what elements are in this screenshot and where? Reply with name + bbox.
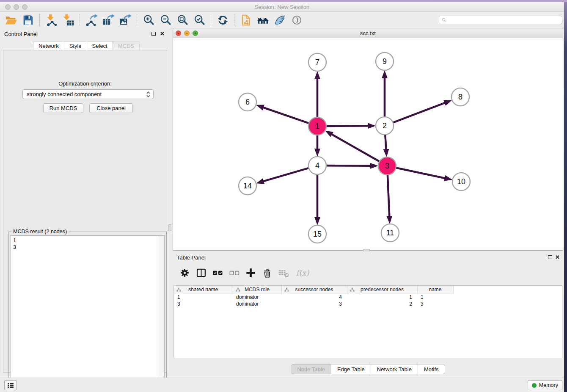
svg-text:6: 6 [245,98,250,106]
table-cell[interactable]: 3 [174,301,233,307]
graph-edge-3-11[interactable] [388,175,389,216]
eye-icon [291,14,303,26]
graph-node-8[interactable]: 8 [451,88,469,106]
import-table-button[interactable] [60,13,77,27]
graph-edge-4-14[interactable] [263,168,308,181]
tab-style[interactable]: Style [64,41,87,50]
column-header-name[interactable]: name [417,286,453,294]
float-panel-icon[interactable] [151,32,156,36]
graph-edge-1-6[interactable] [263,108,309,123]
graph-edge-4-3[interactable] [326,166,371,166]
graph-node-4[interactable]: 4 [308,157,326,174]
table-panel: Table Panel ✕ f(x) shared nameMCDS roles… [173,251,563,377]
table-cell[interactable]: 4 [281,294,347,301]
graph-edge-2-8[interactable] [393,103,445,123]
graph-edge-3-1[interactable] [332,134,380,161]
eye-button[interactable] [288,13,305,27]
svg-text:3: 3 [385,162,389,170]
graph-node-1[interactable]: 1 [308,117,326,135]
columns-button[interactable] [195,267,207,279]
table-cell[interactable]: 3 [417,301,453,307]
graph-edge-1-2[interactable] [326,126,368,126]
table-cell[interactable]: dominator [233,294,281,301]
fx-button[interactable]: f(x) [294,267,311,279]
zoom-out-button[interactable] [157,13,174,27]
houses-button[interactable] [254,13,271,27]
zoom-selected-button[interactable] [191,13,208,27]
tab-node-table[interactable]: Node Table [291,364,331,374]
tab-edge-table[interactable]: Edge Table [331,364,371,374]
deselect-all-button[interactable] [228,267,240,279]
export-image-button[interactable] [117,13,134,27]
gear-button[interactable] [179,267,190,279]
export-network-button[interactable] [83,13,100,27]
memory-button[interactable]: Memory [528,380,562,390]
close-panel-button[interactable]: Close panel [89,103,133,113]
close-panel-icon[interactable]: ✕ [160,32,165,36]
graph-node-3[interactable]: 3 [378,157,396,175]
plus-button[interactable] [245,267,256,279]
wing-button[interactable] [271,13,288,27]
open-folder-button[interactable] [3,13,19,27]
graph-edge-2-3[interactable] [385,135,386,149]
graph-node-6[interactable]: 6 [239,93,256,111]
table-cell[interactable]: 3 [281,301,347,307]
houses-icon [257,14,269,26]
table-cell[interactable]: 1 [174,294,233,301]
zoom-fit-button[interactable] [174,13,191,27]
search-field[interactable] [439,16,562,24]
graph-node-14[interactable]: 14 [239,177,256,195]
delete-table-icon [278,268,289,278]
result-scrollbar[interactable] [159,236,164,390]
export-image-icon [119,14,132,26]
table-cell[interactable]: 1 [417,294,453,301]
graph-node-11[interactable]: 11 [381,224,399,242]
mcds-result-text[interactable]: 1 3 [11,235,165,390]
vertical-splitter-handle[interactable] [168,224,171,231]
delete-table-button[interactable] [278,267,289,279]
column-header-predecessor-nodes[interactable]: predecessor nodes [347,286,417,294]
network-canvas[interactable]: 7968124314101511 [173,38,563,251]
node-table: shared nameMCDS rolesuccessor nodesprede… [174,286,454,307]
column-header-successor-nodes[interactable]: successor nodes [281,286,347,294]
select-all-button[interactable] [212,267,223,279]
run-mcds-button[interactable]: Run MCDS [43,103,83,113]
import-network-button[interactable] [43,13,60,27]
table-cell[interactable]: dominator [233,301,281,307]
tab-network-table[interactable]: Network Table [371,364,418,374]
table-cell[interactable]: 1 [347,294,417,301]
graph-node-15[interactable]: 15 [308,225,326,243]
search-input[interactable] [447,17,560,23]
tab-mcds[interactable]: MCDS [113,41,140,50]
tab-network[interactable]: Network [33,41,64,50]
tab-select[interactable]: Select [87,41,113,50]
graph-node-2[interactable]: 2 [376,117,394,135]
export-table-button[interactable] [100,13,117,27]
svg-text:4: 4 [315,161,319,170]
column-header-mcds-role[interactable]: MCDS role [233,286,281,294]
float-table-panel-icon[interactable] [548,255,552,259]
table-row[interactable]: 3dominator323 [174,301,453,307]
table-cell[interactable]: 2 [347,301,417,307]
table-row[interactable]: 1dominator411 [174,294,453,301]
column-header-shared-name[interactable]: shared name [174,286,233,294]
criterion-select[interactable]: strongly connected component [22,89,154,99]
export-table-icon [102,14,115,26]
zoom-in-button[interactable] [140,13,157,27]
trash-button[interactable] [261,267,273,279]
network-window-titlebar[interactable]: × − + scc.txt [173,28,563,38]
mcds-result-group: MCDS result (2 nodes) 1 3 [8,232,167,392]
task-history-button[interactable] [4,380,17,390]
zoom-out-icon [160,14,172,26]
graph-edge-3-10[interactable] [396,168,445,178]
svg-text:9: 9 [383,57,387,66]
close-table-panel-icon[interactable]: ✕ [555,255,560,259]
save-button[interactable] [19,13,36,27]
refresh-button[interactable] [214,13,231,27]
zoom-in-icon [143,14,155,26]
graph-node-9[interactable]: 9 [376,52,394,70]
tab-motifs[interactable]: Motifs [418,364,445,374]
document-network-button[interactable] [237,13,254,27]
graph-node-10[interactable]: 10 [452,173,470,190]
graph-node-7[interactable]: 7 [308,53,326,71]
